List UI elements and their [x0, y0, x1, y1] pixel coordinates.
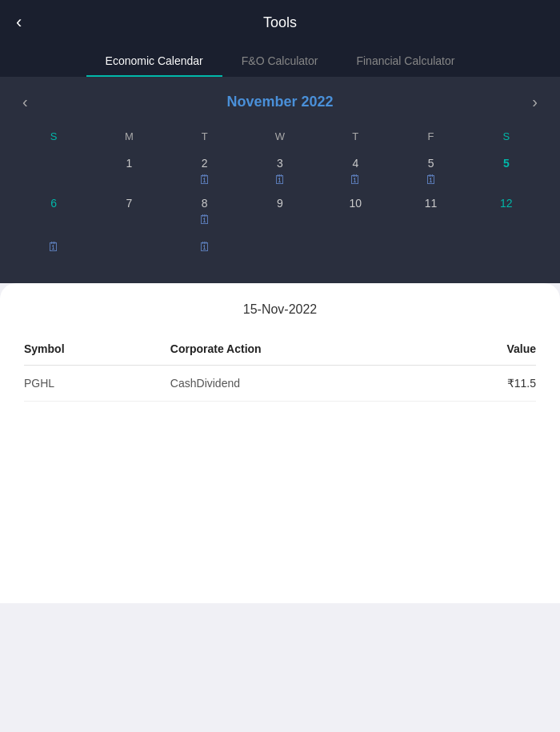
calendar-grid: S M T W T F S 1 2 🗓 3 🗓 4 🗓 5 🗓 5 6 7 8 — [16, 127, 544, 270]
day-cell-16[interactable] — [242, 232, 318, 270]
day-cell-17[interactable] — [318, 232, 393, 270]
day-cell-empty-1 — [16, 152, 91, 192]
tab-economic-calendar[interactable]: Economic Calendar — [86, 45, 222, 77]
cell-action: CashDividend — [170, 377, 390, 390]
day-cell-9[interactable]: 9 — [242, 192, 318, 232]
col-header-value: Value — [390, 342, 536, 355]
col-header-action: Corporate Action — [170, 342, 390, 355]
calendar-icon-13: 🗓 — [47, 240, 60, 254]
day-header-s1: S — [16, 127, 91, 152]
day-cell-15[interactable]: 🗓 — [167, 232, 242, 270]
month-year-label: November 2022 — [226, 94, 333, 110]
day-header-t1: T — [167, 127, 242, 152]
selected-date: 15-Nov-2022 — [24, 302, 536, 317]
calendar-nav: ‹ November 2022 › — [16, 90, 544, 114]
day-cell-8[interactable]: 8 🗓 — [167, 192, 242, 232]
day-cell-11[interactable]: 11 — [393, 192, 468, 232]
calendar-icon-15: 🗓 — [198, 240, 211, 254]
cell-value: ₹11.5 — [390, 377, 536, 390]
page-title: Tools — [263, 14, 297, 31]
col-header-symbol: Symbol — [24, 342, 170, 355]
tab-bar: Economic Calendar F&O Calculator Financi… — [0, 45, 560, 77]
bottom-sheet: 15-Nov-2022 Symbol Corporate Action Valu… — [0, 283, 560, 603]
table-header-row: Symbol Corporate Action Value — [24, 336, 536, 366]
next-month-button[interactable]: › — [526, 90, 544, 114]
day-header-f: F — [393, 127, 468, 152]
tab-financial-calculator[interactable]: Financial Calculator — [337, 45, 474, 77]
header: ‹ Tools — [0, 0, 560, 45]
tab-fo-calculator[interactable]: F&O Calculator — [222, 45, 338, 77]
calendar-icon-4: 🗓 — [349, 173, 362, 187]
day-header-w: W — [242, 127, 318, 152]
calendar-icon-8: 🗓 — [198, 213, 211, 227]
day-cell-4[interactable]: 4 🗓 — [318, 152, 393, 192]
day-cell-14[interactable] — [91, 232, 166, 270]
calendar-icon-5: 🗓 — [425, 173, 438, 187]
day-header-t2: T — [318, 127, 393, 152]
table-row: PGHL CashDividend ₹11.5 — [24, 366, 536, 402]
calendar-icon-3: 🗓 — [274, 173, 286, 187]
corporate-actions-table: Symbol Corporate Action Value PGHL CashD… — [24, 336, 536, 402]
day-cell-12[interactable]: 12 — [469, 192, 544, 232]
calendar-icon-2: 🗓 — [198, 173, 211, 187]
prev-month-button[interactable]: ‹ — [16, 90, 34, 114]
day-cell-3[interactable]: 3 🗓 — [242, 152, 318, 192]
calendar-section: ‹ November 2022 › S M T W T F S 1 2 🗓 3 … — [0, 77, 560, 283]
day-header-m: M — [91, 127, 166, 152]
day-cell-2[interactable]: 2 🗓 — [167, 152, 242, 192]
day-cell-1[interactable]: 1 — [91, 152, 166, 192]
day-cell-18[interactable] — [393, 232, 468, 270]
day-cell-6s[interactable]: 6 — [16, 192, 91, 232]
day-cell-10[interactable]: 10 — [318, 192, 393, 232]
day-cell-13[interactable]: 🗓 — [16, 232, 91, 270]
day-cell-19[interactable] — [469, 232, 544, 270]
day-cell-5[interactable]: 5 🗓 — [393, 152, 468, 192]
day-header-s2: S — [469, 127, 544, 152]
day-cell-6[interactable]: 5 — [469, 152, 544, 192]
back-button[interactable]: ‹ — [16, 12, 22, 33]
cell-symbol: PGHL — [24, 377, 170, 390]
day-cell-7[interactable]: 7 — [91, 192, 166, 232]
